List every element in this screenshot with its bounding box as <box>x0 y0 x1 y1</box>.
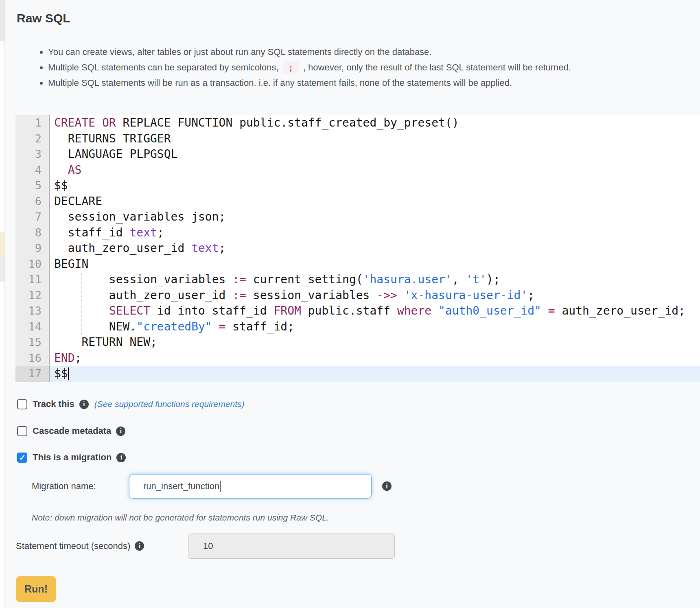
code-text: LANGUAGE PLPGSQL <box>50 147 700 162</box>
is-migration-option: This is a migration <box>17 452 700 463</box>
cascade-metadata-checkbox[interactable] <box>17 426 27 436</box>
line-number: 13 <box>15 303 50 319</box>
sidebar-edge-highlight <box>0 232 4 256</box>
run-button[interactable]: Run! <box>16 576 56 602</box>
sidebar-edge-gray <box>0 256 4 282</box>
code-line: 17$$ <box>15 366 700 382</box>
code-text: AS <box>50 162 700 178</box>
supported-functions-link[interactable]: (See supported functions requirements) <box>94 399 245 409</box>
statement-timeout-label: Statement timeout (seconds) <box>16 541 130 551</box>
track-this-label: Track this <box>33 399 74 409</box>
code-line: 11 session_variables := current_setting(… <box>15 272 700 288</box>
cascade-metadata-option: Cascade metadata <box>17 426 700 437</box>
text-cursor <box>68 367 69 380</box>
code-text: session_variables := current_setting('ha… <box>50 272 700 288</box>
info-list: You can create views, alter tables or ju… <box>5 44 700 91</box>
migration-name-label: Migration name: <box>32 481 129 492</box>
code-text: CREATE OR REPLACE FUNCTION public.staff_… <box>50 115 700 131</box>
sidebar-edge <box>0 0 5 608</box>
line-number: 1 <box>15 115 50 131</box>
line-number: 6 <box>15 194 50 210</box>
code-line: 15 RETURN NEW; <box>15 335 700 350</box>
info-icon[interactable] <box>382 481 392 491</box>
code-text: staff_id text; <box>50 225 700 241</box>
line-number: 11 <box>15 272 50 288</box>
indent-guide <box>81 288 82 304</box>
migration-name-row: Migration name: run_insert_function <box>32 474 700 499</box>
info-icon[interactable] <box>79 400 89 409</box>
code-text: SELECT id into staff_id FROM public.staf… <box>50 303 700 319</box>
code-text: session_variables json; <box>50 209 700 225</box>
code-text: auth_zero_user_id := session_variables -… <box>50 288 700 304</box>
code-line: 4 AS <box>15 162 700 178</box>
code-text: END; <box>50 350 700 366</box>
inline-code: ; <box>283 61 299 74</box>
line-number: 12 <box>15 288 50 304</box>
code-line: 9 auth_zero_user_id text; <box>15 241 700 256</box>
sql-editor[interactable]: 1CREATE OR REPLACE FUNCTION public.staff… <box>15 115 700 382</box>
code-line: 12 auth_zero_user_id := session_variable… <box>15 288 700 304</box>
code-line: 3 LANGUAGE PLPGSQL <box>15 147 700 162</box>
info-icon[interactable] <box>116 426 125 436</box>
migration-note: Note: down migration will not be generat… <box>32 512 700 523</box>
line-number: 7 <box>15 209 50 225</box>
line-number: 16 <box>15 350 50 366</box>
track-this-checkbox[interactable] <box>17 399 27 409</box>
line-number: 14 <box>15 319 50 335</box>
code-text: $$ <box>50 366 700 382</box>
code-text: DECLARE <box>50 194 700 210</box>
code-line: 13 SELECT id into staff_id FROM public.s… <box>15 303 700 319</box>
statement-timeout-value: 10 <box>203 541 213 551</box>
line-number: 3 <box>15 147 50 162</box>
code-line: 8 staff_id text; <box>15 225 700 241</box>
info-bullet: Multiple SQL statements can be separated… <box>48 60 684 75</box>
code-text: auth_zero_user_id text; <box>50 241 700 256</box>
text-cursor <box>220 481 221 492</box>
track-this-option: Track this (See supported functions requ… <box>17 399 700 410</box>
page-title: Raw SQL <box>17 11 700 26</box>
code-text: RETURN NEW; <box>50 335 700 350</box>
line-number: 4 <box>15 162 50 178</box>
code-text: RETURNS TRIGGER <box>50 131 700 147</box>
info-bullet: Multiple SQL statements will be run as a… <box>48 75 684 91</box>
code-text: $$ <box>50 178 700 194</box>
is-migration-label: This is a migration <box>33 452 112 463</box>
sidebar-edge-top <box>0 0 4 41</box>
code-line: 14 NEW."createdBy" = staff_id; <box>15 319 700 335</box>
migration-name-value: run_insert_function <box>143 481 219 492</box>
line-number: 2 <box>15 131 50 147</box>
code-text: NEW."createdBy" = staff_id; <box>50 319 700 335</box>
indent-guide <box>81 303 82 319</box>
is-migration-checkbox[interactable] <box>17 453 27 463</box>
info-icon[interactable] <box>135 541 144 551</box>
code-line: 5$$ <box>15 178 700 194</box>
code-line: 7 session_variables json; <box>15 209 700 225</box>
code-line: 1CREATE OR REPLACE FUNCTION public.staff… <box>15 115 700 131</box>
cascade-metadata-label: Cascade metadata <box>33 426 111 436</box>
indent-guide <box>81 272 82 288</box>
statement-timeout-row: Statement timeout (seconds) 10 <box>16 534 700 559</box>
line-number: 9 <box>15 241 50 256</box>
line-number: 10 <box>15 256 50 272</box>
code-text: BEGIN <box>50 256 700 272</box>
code-line: 10BEGIN <box>15 256 700 272</box>
line-number: 17 <box>15 366 50 382</box>
statement-timeout-input[interactable]: 10 <box>188 534 395 559</box>
info-icon[interactable] <box>116 453 126 462</box>
code-line: 6DECLARE <box>15 194 700 210</box>
indent-guide <box>81 319 82 335</box>
line-number: 15 <box>15 335 50 350</box>
migration-name-input[interactable]: run_insert_function <box>129 474 372 499</box>
code-line: 2 RETURNS TRIGGER <box>15 131 700 147</box>
line-number: 8 <box>15 225 50 241</box>
line-number: 5 <box>15 178 50 194</box>
raw-sql-page: Raw SQL You can create views, alter tabl… <box>5 0 700 608</box>
info-bullet: You can create views, alter tables or ju… <box>48 44 684 60</box>
code-line: 16END; <box>15 350 700 366</box>
